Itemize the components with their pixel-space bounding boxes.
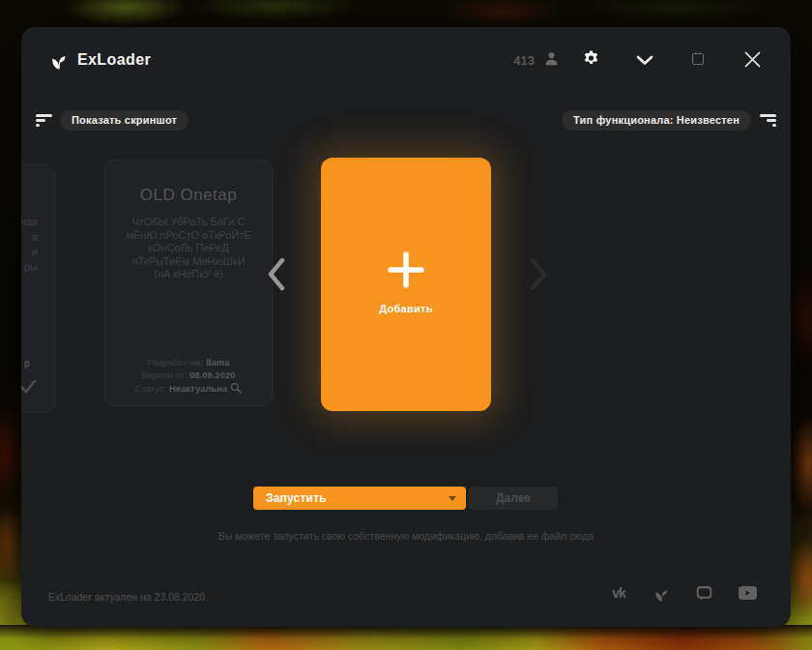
- custom-mod-hint: Вы можете запустить свою собственную мод…: [21, 530, 791, 542]
- bar: [760, 114, 776, 117]
- sort-filter-right-icon[interactable]: [760, 114, 776, 127]
- maximize-icon[interactable]: [692, 53, 704, 65]
- update-status-text: ExLoader актуален на 23.08.2020: [48, 591, 205, 603]
- add-mod-card[interactable]: Добавить: [321, 158, 491, 411]
- add-card-label: Добавить: [321, 303, 491, 314]
- sort-filter-left-icon[interactable]: [36, 114, 52, 127]
- forest-wallpaper-grass: [0, 625, 812, 650]
- dropdown-caret-icon[interactable]: [449, 496, 456, 501]
- sprout-glyph: [652, 584, 671, 603]
- version-row: Версия от: 08.08.2020: [105, 369, 272, 382]
- status-label: Статус:: [135, 383, 167, 394]
- version-label: Версия от:: [142, 369, 188, 380]
- exloader-window: ExLoader 413 Показать скриншот Тип функц…: [21, 27, 791, 627]
- developer-label: Разработчик:: [148, 357, 204, 368]
- desc-line: кОнСоЛь ПеРеД: [105, 242, 272, 255]
- partial-line: я: [21, 230, 38, 246]
- functionality-type-badge[interactable]: Тип функционала: Неизвестен: [562, 110, 751, 131]
- bar: [36, 124, 40, 127]
- discord-icon[interactable]: [693, 582, 714, 604]
- mod-card-partial[interactable]: ная я и ры р: [21, 164, 55, 413]
- mod-title: OLD Onetap: [105, 186, 272, 205]
- carousel-prev-icon[interactable]: [267, 257, 285, 291]
- vk-icon[interactable]: vk: [605, 582, 632, 604]
- desc-line: оТкРыТиЕм МеНюШкИ: [105, 255, 272, 269]
- search-icon[interactable]: [230, 382, 242, 394]
- status-value: Неактуальна: [169, 383, 227, 394]
- check-icon: [21, 379, 37, 394]
- carousel-next-icon[interactable]: [530, 257, 548, 291]
- desc-line: мЕнЮ пРоСтО оТкРоЙтЕ: [105, 229, 272, 243]
- gear-icon[interactable]: [582, 49, 600, 68]
- show-screenshot-button[interactable]: Показать скриншот: [60, 110, 188, 131]
- partial-line: ры: [21, 260, 38, 276]
- partial-line: ная: [21, 215, 38, 230]
- youtube-glyph: [739, 586, 757, 600]
- bar: [767, 119, 776, 122]
- mod-info: Разработчик: llama Версия от: 08.08.2020…: [105, 356, 272, 396]
- launch-button[interactable]: Запустить: [253, 487, 466, 510]
- launch-label: Запустить: [266, 491, 327, 505]
- mod-description: ЧтОбЫ УбРаТь БаГи С мЕнЮ пРоСтО оТкРоЙтЕ…: [105, 216, 272, 281]
- developer-value: llama: [206, 357, 229, 368]
- next-button[interactable]: Далее: [469, 487, 558, 510]
- status-row: Статус: Неактуальна: [105, 382, 272, 396]
- version-value: 08.08.2020: [189, 369, 236, 380]
- chat-glyph: [696, 585, 712, 602]
- youtube-icon[interactable]: [736, 582, 759, 604]
- app-title: ExLoader: [77, 51, 151, 69]
- bar: [772, 124, 776, 127]
- exloader-sprout-icon[interactable]: [650, 582, 673, 604]
- partial-line: и: [21, 245, 38, 260]
- user-icon[interactable]: [543, 50, 560, 67]
- sprout-logo-icon: [48, 49, 70, 71]
- chevron-down-icon[interactable]: [636, 55, 653, 66]
- developer-row: Разработчик: llama: [105, 356, 272, 369]
- version-counter: 413: [506, 53, 535, 68]
- partial-info-fragment: р: [24, 358, 30, 369]
- plus-icon: [386, 250, 426, 290]
- close-icon[interactable]: [744, 51, 761, 68]
- desc-line: (нА кНоПкУ ё): [105, 268, 272, 281]
- bar: [36, 114, 52, 117]
- mod-card-old-onetap[interactable]: OLD Onetap ЧтОбЫ УбРаТь БаГи С мЕнЮ пРоС…: [104, 160, 273, 406]
- partial-description: ная я и ры: [21, 215, 38, 275]
- bar: [36, 119, 45, 122]
- desc-line: ЧтОбЫ УбРаТь БаГи С: [105, 216, 272, 229]
